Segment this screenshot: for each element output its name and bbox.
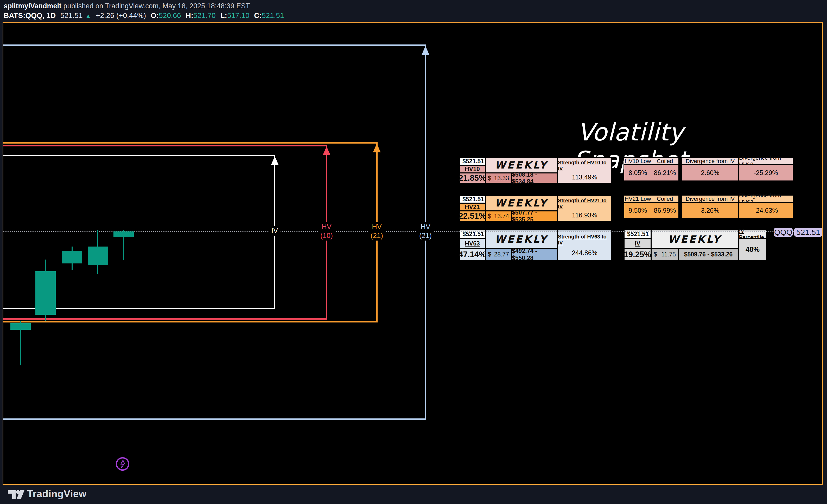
hv10-period-cell: WEEKLY: [485, 157, 557, 173]
tradingview-logo-icon[interactable]: [8, 490, 25, 499]
hv21-div-iv-box: Divergence from IV 3.26%: [681, 195, 739, 219]
hv21-weekly-move-cells: $13.74 $507.77 - $535.25: [485, 211, 557, 221]
hv21-low-label: HV21 Low: [624, 195, 651, 202]
hv10-expected-range: $508.18 - $534.84: [512, 173, 557, 183]
hv21-expected-range: $507.77 - $535.25: [512, 212, 557, 221]
hv10-div-hv63-value: -25.29%: [739, 165, 793, 180]
hv21-box-top-line: [3, 142, 378, 144]
hv21-period-cell: WEEKLY: [485, 195, 557, 211]
iv-expected-range: $509.76 - $533.26: [679, 249, 738, 260]
hv21-metric-cell: HV21: [459, 203, 485, 211]
open-value: 520.66: [159, 11, 181, 19]
iv-label: IV: [269, 226, 281, 236]
high-label: H:: [186, 11, 193, 19]
hv10-div-hv63-box: Divergence from HV63 -25.29%: [738, 157, 793, 181]
price-badge: 521.51: [794, 228, 822, 237]
hv63-box-top-line: [3, 45, 426, 46]
hv21-low-value: 9.50%: [624, 207, 651, 214]
hv21-pct-cell: 22.51%: [459, 211, 485, 221]
low-label: L:: [220, 11, 227, 19]
close-label: C:: [254, 11, 262, 19]
dollar-sign: $: [463, 196, 466, 203]
candle-body: [88, 246, 108, 265]
hv21-div-hv63-box: Divergence from HV63 -24.63%: [738, 195, 793, 219]
hv10-div-iv-label: Divergence from IV: [682, 158, 738, 165]
hv21-box-bottom-line: [3, 321, 378, 323]
iv-pct-cell: 19.25%: [624, 248, 651, 261]
hv63-weekly-move-cells: $28.77 $492.74 - $550.28: [485, 248, 557, 261]
hv63-box-bottom-line: [3, 418, 426, 420]
hv21-label: HV(21): [368, 222, 386, 240]
iv-period-cell: WEEKLY: [651, 230, 738, 248]
hv21-div-iv-label: Divergence from IV: [682, 195, 738, 203]
iv-metric-cell: IV: [624, 238, 651, 248]
hv21-arrow-up-icon: [373, 144, 381, 152]
hv21-div-hv63-value: -24.63%: [739, 203, 793, 218]
symbol-name: BATS:QQQ, 1D: [4, 11, 56, 19]
last-price: 521.51: [60, 11, 83, 19]
hv10-strength-value: 113.49%: [572, 173, 597, 181]
hv21-price-cell: $ 521.51: [459, 195, 485, 203]
hv10-label: HV(10): [318, 222, 335, 240]
publish-info-text: published on TradingView.com, May 18, 20…: [63, 2, 250, 10]
up-arrow-icon: ▲: [85, 12, 91, 19]
iv-arrow-up-icon: [271, 156, 279, 165]
hv10-arrow-up-icon: [323, 147, 331, 155]
table-gap: [679, 195, 681, 219]
hv21-strength-value: 116.93%: [572, 212, 597, 219]
iv-percentile-value: 48%: [739, 239, 766, 260]
table-gap: [679, 157, 681, 181]
hv21-strength-cell: Strength of HV21 to IV 116.93%: [557, 195, 612, 221]
price-change: +2.26 (+0.44%): [96, 11, 146, 19]
hv21-strength-label: Strength of HV21 to IV: [558, 198, 611, 210]
hv63-table: $ 521.51 HV63 47.14% WEEKLY $28.77 $492.…: [459, 229, 612, 261]
iv-weekly-move-cells: $11.75 $509.76 - $533.26: [651, 248, 738, 261]
hv10-box-bottom-line: [3, 318, 327, 320]
hv21-table: $ 521.51 HV21 22.51% WEEKLY $13.74 $507.…: [459, 195, 612, 222]
hv63-metric-cell: HV63: [459, 238, 485, 248]
close-value: 521.51: [262, 11, 284, 19]
hv63-period-cell: WEEKLY: [485, 230, 557, 248]
hv10-low-coiled-box: HV10 Low Coiled 8.05% 86.21%: [624, 157, 679, 181]
iv-dollar-move: $11.75: [651, 249, 679, 260]
hv10-coiled-value: 86.21%: [651, 169, 678, 177]
dollar-sign: $: [463, 158, 466, 165]
hv21-low-coiled-box: HV21 Low Coiled 9.50% 86.99%: [624, 195, 679, 219]
iv-box-top-line: [3, 155, 275, 156]
lightning-bolt-icon: [116, 457, 129, 471]
author-username[interactable]: splitmyIVandmelt: [4, 2, 61, 10]
hv10-div-hv63-label: Divergence from HV63: [739, 158, 793, 165]
chart-area: IVHV(10)HV(21)HV(21) Volatility Snapshot…: [3, 22, 823, 485]
hv63-expected-range: $492.74 - $550.28: [512, 249, 557, 260]
hv10-metric-cell: HV10: [459, 165, 485, 173]
hv63-label: HV(21): [417, 222, 434, 240]
hv10-weekly-move-cells: $13.33 $508.18 - $534.84: [485, 173, 557, 183]
hv63-strength-value: 244.86%: [572, 249, 597, 257]
hv10-dollar-move: $13.33: [486, 173, 512, 183]
hv63-strength-label: Strength of HV63 to IV: [558, 234, 611, 246]
iv-table: $ 521.51 IV 19.25% WEEKLY $11.75 $509.76…: [624, 229, 767, 261]
hv21-dollar-move: $13.74: [486, 212, 512, 221]
hv10-table: $ 521.51 HV10 21.85% WEEKLY $13.33 $508.…: [459, 157, 612, 184]
hv21-price: 521.51: [466, 196, 484, 203]
open-label: O:: [151, 11, 159, 19]
hv10-box-top-line: [3, 145, 327, 147]
hv10-coiled-label: Coiled: [651, 158, 678, 165]
low-value: 517.10: [227, 11, 250, 19]
candle-body: [62, 251, 82, 264]
hv63-pct-cell: 47.14%: [459, 248, 485, 261]
hv21-div-iv-value: 3.26%: [682, 203, 738, 218]
candle-body: [10, 323, 31, 330]
hv10-low-label: HV10 Low: [624, 158, 651, 165]
hv10-strength-label: Strength of HV10 to IV: [558, 160, 611, 172]
hv21-stats-table: HV21 Low Coiled 9.50% 86.99% Divergence …: [624, 195, 793, 219]
hv21-coiled-value: 86.99%: [651, 207, 678, 214]
published-chart-page: splitmyIVandmelt published on TradingVie…: [0, 0, 827, 504]
tradingview-brand-text[interactable]: TradingView: [27, 488, 87, 500]
candle-body: [35, 271, 56, 315]
hv63-strength-cell: Strength of HV63 to IV 244.86%: [557, 230, 612, 261]
publish-info-line: splitmyIVandmelt published on TradingVie…: [4, 2, 250, 10]
footer-bar: TradingView: [0, 486, 827, 504]
hv63-arrow-up-icon: [422, 46, 429, 55]
hv10-price-cell: $ 521.51: [459, 157, 485, 165]
